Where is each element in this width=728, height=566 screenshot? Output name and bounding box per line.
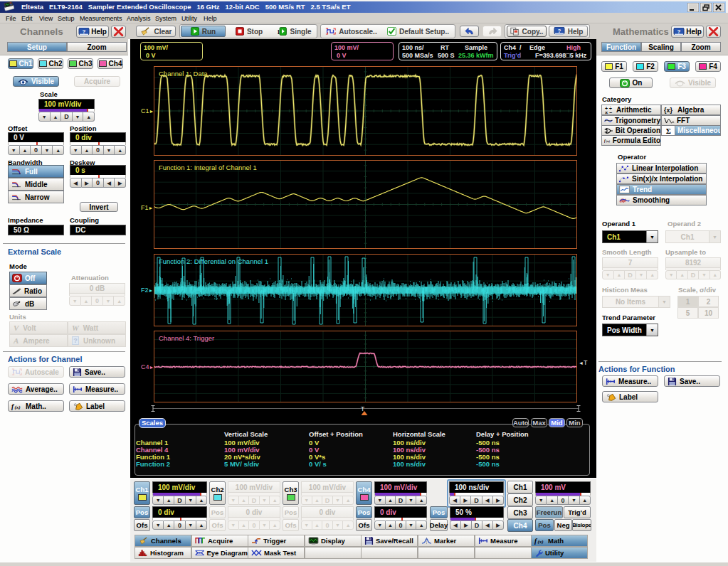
svg-text:Function 2: Differential on Ch: Function 2: Differential on Channel 1 xyxy=(159,257,268,265)
svg-text:Channel 1: Data: Channel 1: Data xyxy=(159,70,208,78)
svg-text:×: × xyxy=(605,110,608,114)
svg-text:T: T xyxy=(361,405,364,412)
svg-text:(ω): (ω) xyxy=(606,140,611,143)
svg-text:{x}: {x} xyxy=(664,107,672,114)
svg-text:Σ: Σ xyxy=(665,127,670,135)
svg-text:Channel 4: Trigger: Channel 4: Trigger xyxy=(159,334,214,342)
svg-text:Function 1: Integral of Channe: Function 1: Integral of Channel 1 xyxy=(159,164,257,171)
svg-text:(x): (x) xyxy=(14,405,20,410)
svg-text:(x): (x) xyxy=(537,540,543,545)
svg-text:−: − xyxy=(609,110,612,114)
